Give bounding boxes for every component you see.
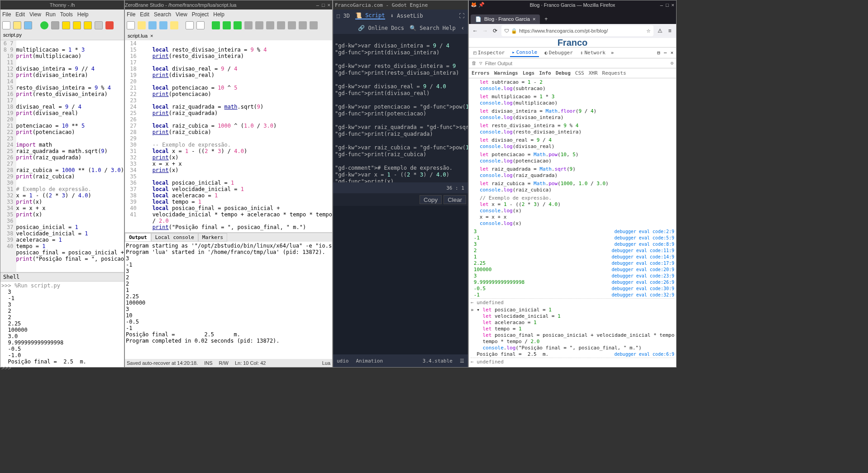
- step-over-icon[interactable]: [62, 21, 70, 29]
- url-text[interactable]: https://www.francogarcia.com/pt-br/blog/: [519, 28, 608, 33]
- debug-icon[interactable]: [51, 21, 59, 29]
- maximize-icon[interactable]: □: [666, 2, 669, 8]
- godot-titlebar[interactable]: FrancoGarcia.com - Godot Engine: [333, 0, 468, 10]
- cat-info[interactable]: Info: [539, 70, 551, 76]
- bookmark-star-icon[interactable]: ☆: [646, 28, 651, 34]
- devtab-inspector[interactable]: ◰ Inspector: [472, 49, 506, 57]
- menu-file[interactable]: File: [2, 11, 11, 18]
- newtab-button[interactable]: +: [540, 14, 552, 24]
- devtools-menu-icon[interactable]: ⋯: [664, 50, 667, 56]
- menu-edit[interactable]: Edit: [140, 11, 149, 18]
- close-icon[interactable]: ×: [328, 2, 330, 8]
- funnel-icon[interactable]: ▽: [479, 60, 482, 66]
- online-docs-link[interactable]: 🔗 Online Docs: [358, 25, 404, 31]
- footer-menu-icon[interactable]: ☰: [460, 358, 464, 364]
- footer-animation[interactable]: Animation: [356, 358, 383, 364]
- shield-icon[interactable]: 🛡: [504, 28, 509, 33]
- thonny-file-tab[interactable]: script.py: [0, 31, 124, 40]
- run-to-cursor-icon[interactable]: [234, 21, 242, 29]
- cat-logs[interactable]: Logs: [523, 70, 535, 76]
- godot-code[interactable]: "gd-kw">var divisao_inteira = 9 / 4 "gd-…: [333, 34, 468, 182]
- search-help-link[interactable]: 🔍 Search Help: [410, 25, 456, 31]
- thonny-shell-body[interactable]: >>> %Run script.py 3 -1 3 2 2 2.25 10000…: [0, 282, 124, 372]
- menu-tools[interactable]: Tools: [60, 11, 73, 18]
- output-tab-output[interactable]: Output: [125, 233, 151, 242]
- tab-close-icon[interactable]: ×: [533, 16, 535, 22]
- zerobrane-output-body[interactable]: Program starting as '"/opt/zbstudio/bin/…: [125, 242, 332, 350]
- account-icon[interactable]: ⚠: [656, 27, 663, 34]
- cat-warnings[interactable]: Warnings: [494, 70, 518, 76]
- menu-search[interactable]: Search: [154, 11, 171, 18]
- devtab-debugger[interactable]: ◐ Debugger: [543, 49, 575, 57]
- forward-icon[interactable]: →: [482, 27, 489, 34]
- clear-button[interactable]: Clear: [444, 195, 466, 204]
- step-out-icon[interactable]: [84, 21, 92, 29]
- menu-project[interactable]: Project: [192, 11, 209, 18]
- devtabs-overflow-icon[interactable]: »: [611, 50, 614, 56]
- settings-icon[interactable]: ⚙: [670, 60, 673, 66]
- cat-debug[interactable]: Debug: [556, 70, 571, 76]
- thonny-titlebar[interactable]: Thonny - /h: [0, 0, 124, 10]
- minimize-icon[interactable]: –: [660, 2, 663, 8]
- maximize-icon[interactable]: □: [322, 2, 325, 8]
- menu-run[interactable]: Run: [46, 11, 56, 18]
- cat-xhr[interactable]: XHR: [589, 70, 598, 76]
- thonny-editor[interactable]: 6 7 8 9 10 11 12 13 14 15 16 17 18 19 20…: [0, 40, 124, 272]
- step-in-icon[interactable]: [73, 21, 81, 29]
- stop-icon[interactable]: [105, 21, 114, 29]
- console-output[interactable]: let subtracao = 1 - 2 console.log(subtra…: [469, 78, 676, 367]
- url-bar[interactable]: 🛡 🔒 https://www.francogarcia.com/pt-br/b…: [501, 25, 653, 36]
- run-icon[interactable]: [40, 21, 48, 29]
- run-icon[interactable]: [212, 21, 220, 29]
- browser-tab[interactable]: 📄 Blog · Franco Garcia ×: [471, 14, 540, 24]
- menu-edit[interactable]: Edit: [15, 11, 25, 18]
- minimize-icon[interactable]: –: [316, 2, 319, 8]
- step-in-icon[interactable]: [277, 21, 285, 29]
- replace-icon[interactable]: [196, 21, 205, 29]
- open-icon[interactable]: [13, 21, 21, 29]
- zerobrane-editor[interactable]: 14 15 16 17 18 19 20 21 22 23 24 25 26 2…: [125, 40, 332, 232]
- stop-icon[interactable]: [244, 21, 253, 29]
- tab-close-icon[interactable]: ×: [150, 33, 153, 38]
- thonny-shell-tab[interactable]: Shell: [0, 273, 124, 282]
- expand-icon[interactable]: ⛶: [459, 13, 464, 19]
- zerobrane-file-tab[interactable]: script.lua ×: [125, 31, 332, 40]
- save-icon[interactable]: [24, 21, 32, 29]
- page-content[interactable]: Franco: [469, 38, 676, 47]
- workspace-assetlib[interactable]: ⬇ AssetLib: [391, 13, 423, 19]
- step-over-icon[interactable]: [266, 21, 274, 29]
- cat-errors[interactable]: Errors: [472, 70, 490, 76]
- step-out-icon[interactable]: [288, 21, 296, 29]
- back-icon[interactable]: ←: [472, 27, 479, 34]
- menu-help[interactable]: Help: [213, 11, 224, 18]
- find-icon[interactable]: [186, 21, 194, 29]
- trash-icon[interactable]: 🗑: [472, 60, 477, 66]
- firefox-titlebar[interactable]: 🦊 📌 Blog · Franco Garcia — Mozilla Firef…: [469, 0, 676, 10]
- thonny-code[interactable]: multiplicacao = 1 * 3 print(multiplicaca…: [16, 40, 124, 272]
- output-tab-local-console[interactable]: Local console: [151, 233, 198, 242]
- break-icon[interactable]: [255, 21, 263, 29]
- menu-file[interactable]: File: [127, 11, 135, 18]
- reload-icon[interactable]: ⟳: [491, 27, 499, 34]
- filter-input[interactable]: [485, 61, 668, 66]
- zerobrane-titlebar[interactable]: ZeroBrane Studio - /home/franco/tmp/lua/…: [125, 0, 332, 10]
- new-icon[interactable]: [2, 21, 10, 29]
- resume-icon[interactable]: [95, 21, 103, 29]
- open-icon[interactable]: [138, 21, 146, 29]
- output-tab-markers[interactable]: Markers: [198, 233, 227, 242]
- compile-icon[interactable]: [223, 21, 231, 29]
- bookmark-icon[interactable]: [310, 21, 318, 29]
- nav-back-icon[interactable]: ‹: [461, 25, 464, 31]
- hamburger-icon[interactable]: ≡: [666, 27, 673, 34]
- devtab-console[interactable]: ▸ Console: [510, 48, 539, 57]
- zerobrane-code[interactable]: local resto_divisao_inteira = 9 % 4 prin…: [139, 40, 332, 232]
- workspace-3d[interactable]: ⬚ 3D: [337, 13, 350, 19]
- projectdir-icon[interactable]: [170, 21, 178, 29]
- devtab-network[interactable]: ↕ Network: [578, 49, 607, 57]
- menu-view[interactable]: View: [176, 11, 187, 18]
- toggle-bp-icon[interactable]: [299, 21, 307, 29]
- footer-audio[interactable]: udio: [337, 358, 349, 364]
- devtools-close-icon[interactable]: ×: [670, 50, 673, 56]
- cat-css[interactable]: CSS: [575, 70, 584, 76]
- new-icon[interactable]: [127, 21, 135, 29]
